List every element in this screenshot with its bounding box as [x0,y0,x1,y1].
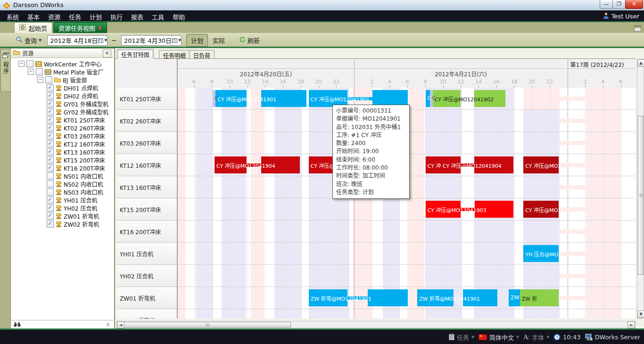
gridline[interactable] [230,88,230,319]
resource-row-label[interactable]: YH01 压合机 [116,243,177,265]
tooltip-line[interactable]: 时间类型: 加工时间 [336,172,406,180]
tree-checkbox[interactable] [45,76,52,83]
calendar-band[interactable] [251,88,264,319]
tree-checkbox[interactable] [47,124,54,131]
machine-icon[interactable] [56,125,62,131]
tab-task-detail[interactable]: 任务明细 [159,50,190,59]
binoculars-icon[interactable] [14,320,21,329]
gantt-bar-label[interactable]: ZW [511,295,519,301]
rest-time-strip[interactable] [560,163,586,167]
status-item-任务[interactable]: 任务▼ [449,333,474,342]
tree-checkbox[interactable] [47,148,54,156]
gantt-bar-label[interactable]: CY 冲 CY 冲压@MO12041904 [428,162,502,169]
tooltip-line[interactable]: 开始时间: 19:00 [336,147,406,156]
rest-time-strip[interactable] [560,318,586,319]
tree-item[interactable]: NS03 内收口机 [11,188,113,196]
gantt-bar-label[interactable]: CY 冲压@MO12041903 [428,206,487,213]
machine-icon[interactable] [56,101,62,107]
calendar-band[interactable] [586,88,621,319]
gridline[interactable] [514,88,514,319]
row-separator[interactable] [178,220,636,221]
menu-item-任务[interactable]: 任务 [69,12,81,21]
gridline[interactable] [603,88,603,319]
row-separator[interactable] [178,309,636,309]
row-separator[interactable] [178,264,636,265]
date-to-field[interactable]: 2012年 4月30日 ▼ [121,35,182,46]
date-from-field[interactable]: 2012年 4月18日 ▼ [47,35,107,46]
horizontal-scrollbar[interactable]: ◄ ► [116,321,636,328]
machine-icon[interactable] [56,189,62,195]
tree-item[interactable]: KT02 260T冲床 [11,124,113,132]
gridline[interactable] [283,88,283,319]
tree-expander-icon[interactable]: − [28,69,34,75]
vertical-scrollbar[interactable]: ▲ ▼ [637,59,644,319]
gridline[interactable] [461,88,461,319]
tooltip-line[interactable]: 工作时长: 08:00:00 [336,164,406,172]
calendar-icon[interactable]: ▼ [172,36,181,45]
menu-item-系统[interactable]: 系统 [7,12,19,21]
rest-time-strip[interactable] [560,274,586,278]
tree-item[interactable]: KT15 200T冲床 [11,156,113,164]
query-button[interactable]: 查询 ▼ [13,35,44,46]
status-item-简体中文[interactable]: 简体中文▼ [479,333,519,342]
close-icon[interactable]: ✕ [106,321,110,328]
menu-item-基本[interactable]: 基本 [27,12,40,21]
gantt-bar-label[interactable]: YH 压合@MO1 [525,250,561,258]
calendar-band[interactable] [196,88,213,319]
resource-row-label[interactable]: KT15 200T冲床 [116,198,177,221]
gridline[interactable] [265,88,265,319]
tree-checkbox[interactable] [47,108,54,115]
tree-item[interactable]: ZW01 折弯机 [11,212,113,220]
tree-checkbox[interactable] [47,197,54,204]
tree-item[interactable]: DH01 点焊机 [11,84,113,92]
resource-row-label[interactable]: KT12 160T冲床 [116,154,177,176]
tree-item[interactable]: NS02 内收口机 [11,180,113,188]
row-separator[interactable] [178,287,636,287]
tree-checkbox[interactable] [47,164,54,172]
tab-resource-task-view[interactable]: 资源任务视图 x [53,22,107,33]
rest-time-strip[interactable] [560,229,586,234]
tree-item[interactable]: KT13 160T冲床 [11,148,113,156]
gantt-bar-label[interactable]: CY 冲压@MO12041904 [216,162,275,169]
gridline[interactable] [301,88,301,319]
resource-row-label[interactable]: YH02 压合机 [116,265,177,287]
machine-icon[interactable] [56,181,62,187]
gantt-bar-label[interactable]: ZW 折弯@MO12041901 [419,295,480,302]
tree-item[interactable]: −Metal Plate 钣金厂 [11,68,113,76]
tree-checkbox[interactable] [47,188,54,196]
menu-item-资源[interactable]: 资源 [48,12,60,21]
tooltip-line[interactable]: 品号: 102031 外壳中桶1 [336,123,406,131]
resource-row-label[interactable]: KT01 250T冲床 [116,88,177,110]
calendar-band[interactable] [222,88,246,319]
gantt-bar-label[interactable]: C [428,95,431,101]
scroll-up-icon[interactable]: ▲ [637,59,644,67]
tooltip-line[interactable]: 小票编号: 00001311 [336,107,406,115]
tree-checkbox[interactable] [47,205,54,212]
tree-item[interactable]: ZW02 折弯机 [11,220,113,228]
collapse-panel-button[interactable]: < [103,49,111,57]
calendar-band[interactable] [178,88,185,319]
tree-item[interactable]: −BJ 钣金部 [11,76,113,84]
tooltip-line[interactable]: 班次: 晚班 [336,180,406,188]
resource-row-label[interactable]: KT02 260T冲床 [116,110,177,132]
rest-time-strip[interactable] [560,252,586,256]
menu-item-工具[interactable]: 工具 [152,12,164,21]
close-button[interactable]: ✕ [625,0,643,9]
tab-home-page[interactable]: 起始页 [14,22,52,33]
panel-layout-icon[interactable] [634,25,641,33]
tree-checkbox[interactable] [47,140,54,147]
tree-item[interactable]: YH01 压合机 [11,196,113,204]
calendar-band[interactable] [408,88,424,319]
machine-icon[interactable] [56,213,62,219]
restore-button[interactable]: ❐ [612,0,626,9]
machine-icon[interactable] [56,117,62,123]
rest-time-strip[interactable] [560,207,586,212]
tree-expander-icon[interactable]: − [37,77,43,83]
actual-toggle-button[interactable]: 实际 [208,34,230,47]
tree-checkbox[interactable] [47,84,54,91]
tree-checkbox[interactable] [47,172,54,180]
tab-gantt-chart[interactable]: 任务甘特图 [117,49,154,59]
tree-checkbox[interactable] [47,221,54,228]
tree-item[interactable]: NS01 内收口机 [11,172,113,180]
tree-item[interactable]: KT12 160T冲床 [11,140,113,148]
